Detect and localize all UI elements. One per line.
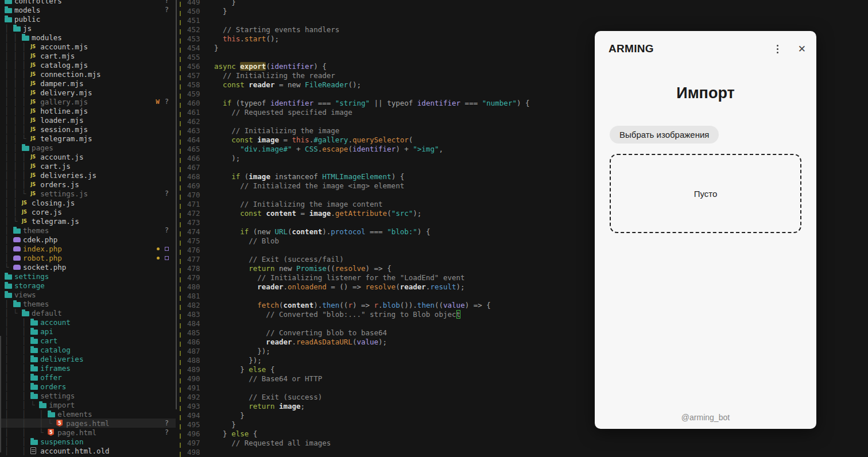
indent-guides: │ │ — [5, 336, 30, 345]
arming-modal: ARMING ✕ Импорт Выбрать изображения Пуст… — [595, 31, 816, 429]
tree-item-label: account — [40, 318, 71, 327]
tree-item-cart-mjs[interactable]: │ │ │ JScart.mjs — [0, 51, 176, 60]
folder-icon — [13, 26, 21, 32]
tree-item-label: offer — [40, 373, 62, 382]
tree-item-cdek-php[interactable]: │ cdek.php — [0, 235, 176, 244]
tree-item-settings-js[interactable]: │ │ └ JSsettings.js? — [0, 189, 176, 198]
tree-item-label: closing.js — [32, 199, 75, 207]
javascript-icon: JS — [30, 63, 36, 68]
indent-guides: │ │ — [5, 437, 30, 446]
indent-guides: └ — [5, 263, 13, 272]
line-number: 469 — [187, 181, 202, 191]
tree-item-label: controllers — [14, 0, 62, 5]
folder-icon — [30, 330, 38, 335]
git-status-icon: ? — [165, 6, 169, 14]
tree-item-suspension[interactable]: │ │ suspension — [0, 437, 176, 446]
indent-guides: │ — [5, 235, 13, 244]
tree-item-deliveries-js[interactable]: │ │ │ JSdeliveries.js — [0, 171, 176, 180]
tree-item-hotline-mjs[interactable]: │ │ │ JShotline.mjs — [0, 106, 176, 115]
tree-item-catalog-mjs[interactable]: │ │ │ JScatalog.mjs — [0, 60, 176, 69]
tree-item-telegram-js[interactable]: │ └ JStelegram.js — [0, 216, 176, 226]
tree-item-account-html-old[interactable]: │ │ account.html.old — [0, 446, 176, 455]
php-icon — [13, 265, 21, 270]
tree-item-js[interactable]: │ js — [0, 24, 176, 33]
indent-guides: │ │ — [5, 382, 30, 391]
folder-icon — [13, 228, 21, 234]
tree-item-gallery-mjs[interactable]: │ │ │ JSgallery.mjsW? — [0, 97, 176, 106]
javascript-icon: JS — [22, 210, 27, 215]
tree-item-loader-mjs[interactable]: │ │ │ JSloader.mjs — [0, 115, 176, 125]
tree-item-label: pages.html — [66, 419, 109, 428]
tree-item-account[interactable]: │ │ account — [0, 317, 176, 327]
indent-guides: │ │ — [5, 355, 30, 363]
tree-item-catalog[interactable]: │ │ catalog — [0, 345, 176, 354]
tree-item-connection-mjs[interactable]: │ │ │ JSconnection.mjs — [0, 69, 176, 79]
tree-item-public[interactable]: public — [0, 14, 176, 24]
tree-item-pages[interactable]: │ │ pages — [0, 143, 176, 152]
tree-item-modules[interactable]: │ │ modules — [0, 33, 176, 42]
javascript-icon: JS — [30, 118, 36, 123]
empty-dropzone[interactable]: Пусто — [610, 154, 801, 233]
line-number: 482 — [187, 301, 202, 310]
kebab-menu-icon[interactable] — [774, 42, 781, 56]
file-tree[interactable]: controllers?models?public│ js│ │ modules… — [0, 0, 176, 455]
indent-guides: │ │ │ — [5, 52, 30, 60]
line-number: 467 — [187, 163, 202, 172]
folder-icon — [48, 412, 55, 417]
tree-item-cart-js[interactable]: │ │ │ JScart.js — [0, 161, 176, 171]
tree-item-settings[interactable]: settings — [0, 272, 176, 281]
tree-item-index-php[interactable]: │ index.php — [0, 244, 176, 253]
tree-item-pages-html[interactable]: │ │ │ └ 5pages.html? — [0, 419, 176, 428]
line-number: 458 — [187, 80, 202, 90]
tree-item-themes[interactable]: │ themes? — [0, 226, 176, 235]
tree-item-iframes[interactable]: │ │ iframes — [0, 363, 176, 373]
tree-item-cart[interactable]: │ │ cart — [0, 336, 176, 345]
tree-item-models[interactable]: models? — [0, 5, 176, 14]
tree-item-damper-mjs[interactable]: │ │ │ JSdamper.mjs — [0, 79, 176, 88]
tree-item-delivery-mjs[interactable]: │ │ │ JSdelivery.mjs — [0, 88, 176, 97]
tree-item-import[interactable]: │ │ └ import — [0, 400, 176, 409]
tree-item-deliveries[interactable]: │ │ deliveries — [0, 354, 176, 363]
tree-item-socket-php[interactable]: └ socket.php — [0, 262, 176, 272]
select-images-button[interactable]: Выбрать изображения — [610, 126, 719, 144]
tree-item-account-mjs[interactable]: │ │ │ JSaccount.mjs — [0, 42, 176, 51]
folder-icon — [30, 394, 38, 399]
tree-item-storage[interactable]: storage — [0, 281, 176, 290]
tree-item-closing-js[interactable]: │ │ JSclosing.js — [0, 198, 176, 207]
editor-window: controllers?models?public│ js│ │ modules… — [0, 0, 868, 457]
tree-item-api[interactable]: │ │ api — [0, 327, 176, 336]
tree-item-themes[interactable]: │ themes — [0, 299, 176, 308]
tree-item-robot-php[interactable]: │ robot.php — [0, 253, 176, 262]
tree-item-core-js[interactable]: │ │ JScore.js — [0, 207, 176, 216]
line-number: 460 — [187, 99, 202, 108]
tree-item-account-js[interactable]: │ │ │ JSaccount.js — [0, 152, 176, 161]
line-number: 488 — [187, 356, 202, 365]
tree-item-telegram-mjs[interactable]: │ │ └ JStelegram.mjs — [0, 134, 176, 143]
tree-item-elements[interactable]: │ │ │ elements — [0, 409, 176, 419]
line-number: 490 — [187, 374, 202, 384]
line-number: 484 — [187, 319, 202, 328]
line-number: 481 — [187, 292, 202, 301]
tree-item-orders[interactable]: │ │ orders — [0, 382, 176, 391]
code-line-497: 497 // Requested all images — [177, 439, 868, 448]
window-scrollbar[interactable] — [0, 336, 1, 452]
tree-item-offer[interactable]: │ │ offer — [0, 373, 176, 382]
tree-item-label: connection.mjs — [40, 70, 100, 79]
indent-guides: │ │ │ — [5, 88, 30, 97]
tree-item-controllers[interactable]: controllers? — [0, 0, 176, 5]
folder-icon — [5, 0, 12, 4]
indent-guides: │ └ — [5, 309, 22, 317]
javascript-icon: JS — [30, 99, 36, 104]
tree-item-label: telegram.js — [32, 217, 79, 226]
tree-item-settings[interactable]: │ │ settings — [0, 391, 176, 400]
line-number: 459 — [187, 90, 202, 99]
javascript-icon: JS — [30, 173, 36, 178]
close-icon[interactable]: ✕ — [798, 44, 806, 54]
tree-item-session-mjs[interactable]: │ │ │ JSsession.mjs — [0, 125, 176, 134]
tree-item-views[interactable]: views — [0, 290, 176, 299]
tree-item-page-html[interactable]: │ │ └ 5page.html? — [0, 428, 176, 437]
tree-item-default[interactable]: │ └ default — [0, 308, 176, 317]
tree-item-orders-js[interactable]: │ │ │ JSorders.js — [0, 180, 176, 189]
file-icon — [30, 447, 36, 454]
line-number: 486 — [187, 338, 202, 347]
